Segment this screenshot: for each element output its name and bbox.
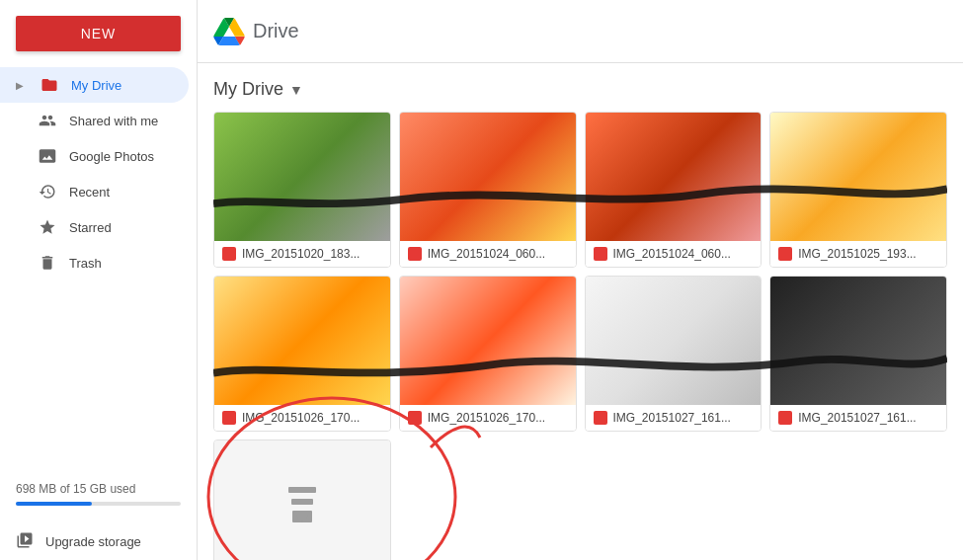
- sidebar-label-shared: Shared with me: [69, 114, 158, 128]
- file-thumb-zip: [214, 440, 390, 560]
- upgrade-icon: [16, 531, 34, 552]
- file-name-f6: IMG_20151026_170...: [400, 405, 576, 431]
- file-thumb-f3: [586, 113, 762, 241]
- sidebar-item-google-photos[interactable]: Google Photos: [0, 138, 189, 174]
- file-name-f4: IMG_20151025_193...: [770, 241, 946, 267]
- file-item-zip[interactable]: performag.zip: [213, 440, 391, 560]
- file-thumb-f4: [770, 113, 946, 241]
- sidebar-item-trash[interactable]: Trash: [0, 245, 189, 280]
- storage-section: 698 MB of 15 GB used: [0, 470, 197, 523]
- image-icon-f4: [778, 247, 792, 261]
- file-name-f7: IMG_20151027_161...: [586, 405, 762, 431]
- recent-icon: [38, 182, 57, 201]
- file-label-f2: IMG_20151024_060...: [428, 247, 545, 261]
- sidebar-item-recent[interactable]: Recent: [0, 174, 189, 209]
- file-item-f5[interactable]: IMG_20151026_170...: [213, 276, 391, 432]
- sidebar-label-photos: Google Photos: [69, 149, 154, 164]
- storage-bar-fill: [16, 502, 92, 506]
- file-thumb-f1: [214, 113, 390, 241]
- image-icon-f8: [778, 411, 792, 425]
- storage-bar: [16, 502, 181, 506]
- file-label-f7: IMG_20151027_161...: [613, 411, 731, 425]
- file-label-f4: IMG_20151025_193...: [798, 247, 916, 261]
- file-name-f1: IMG_20151020_183...: [214, 241, 390, 267]
- file-name-f2: IMG_20151024_060...: [400, 241, 576, 267]
- drive-logo-text: Drive: [253, 20, 299, 42]
- file-thumb-f7: [586, 277, 762, 405]
- sidebar: NEW ▶ My Drive Shared with me Google Pho…: [0, 0, 198, 560]
- upgrade-label: Upgrade storage: [45, 534, 141, 549]
- file-item-f4[interactable]: IMG_20151025_193...: [769, 112, 947, 268]
- sidebar-label-trash: Trash: [69, 256, 102, 271]
- page-title-text: My Drive: [213, 79, 283, 100]
- file-item-f7[interactable]: IMG_20151027_161...: [585, 276, 762, 432]
- main-area: Drive My Drive ▼ IM: [198, 0, 963, 560]
- file-label-f1: IMG_20151020_183...: [242, 247, 360, 261]
- image-icon-f3: [594, 247, 607, 261]
- image-icon-f5: [222, 411, 236, 425]
- drive-logo-icon: [213, 18, 245, 45]
- content-area: My Drive ▼ IMG_20151020_183...: [198, 63, 963, 560]
- file-label-f3: IMG_20151024_060...: [613, 247, 731, 261]
- sidebar-nav: ▶ My Drive Shared with me Google Photos: [0, 67, 197, 470]
- dropdown-arrow[interactable]: ▼: [289, 82, 303, 98]
- new-button[interactable]: NEW: [16, 16, 181, 51]
- file-item-f1[interactable]: IMG_20151020_183...: [213, 112, 391, 268]
- sidebar-label-starred: Starred: [69, 220, 112, 235]
- drive-logo: Drive: [213, 18, 299, 45]
- my-drive-icon: [40, 75, 59, 95]
- storage-text: 698 MB of 15 GB used: [16, 482, 181, 496]
- sidebar-label-my-drive: My Drive: [71, 78, 121, 93]
- shared-icon: [38, 111, 57, 130]
- file-label-f5: IMG_20151026_170...: [242, 411, 360, 425]
- photos-icon: [38, 146, 57, 166]
- trash-icon: [38, 253, 57, 273]
- page-title: My Drive ▼: [213, 79, 303, 100]
- file-name-f8: IMG_20151027_161...: [770, 405, 946, 431]
- sidebar-label-recent: Recent: [69, 185, 110, 200]
- file-thumb-f5: [214, 277, 390, 405]
- file-item-f8[interactable]: IMG_20151027_161...: [769, 276, 947, 432]
- file-thumb-f2: [400, 113, 576, 241]
- starred-icon: [38, 217, 57, 237]
- page-header: My Drive ▼: [213, 79, 947, 100]
- file-label-f6: IMG_20151026_170...: [428, 411, 545, 425]
- grid-container: IMG_20151020_183... IMG_20151024_060...: [213, 112, 947, 560]
- sidebar-item-my-drive[interactable]: ▶ My Drive: [0, 67, 189, 103]
- file-item-f6[interactable]: IMG_20151026_170...: [399, 276, 577, 432]
- file-item-f2[interactable]: IMG_20151024_060...: [399, 112, 577, 268]
- expand-icon: ▶: [16, 80, 24, 91]
- file-item-f3[interactable]: IMG_20151024_060...: [585, 112, 762, 268]
- file-thumb-f6: [400, 277, 576, 405]
- file-thumb-f8: [770, 277, 946, 405]
- zip-icon: [288, 487, 316, 522]
- file-name-f3: IMG_20151024_060...: [586, 241, 762, 267]
- file-grid: IMG_20151020_183... IMG_20151024_060...: [213, 112, 947, 560]
- image-icon-f1: [222, 247, 236, 261]
- image-icon-f2: [408, 247, 422, 261]
- file-label-f8: IMG_20151027_161...: [798, 411, 916, 425]
- app-header: Drive: [198, 0, 963, 63]
- sidebar-item-starred[interactable]: Starred: [0, 209, 189, 245]
- content-wrapper: My Drive ▼ IMG_20151020_183...: [198, 63, 963, 560]
- image-icon-f7: [594, 411, 607, 425]
- upgrade-storage-link[interactable]: Upgrade storage: [0, 523, 197, 560]
- sidebar-item-shared[interactable]: Shared with me: [0, 103, 189, 138]
- file-name-f5: IMG_20151026_170...: [214, 405, 390, 431]
- image-icon-f6: [408, 411, 422, 425]
